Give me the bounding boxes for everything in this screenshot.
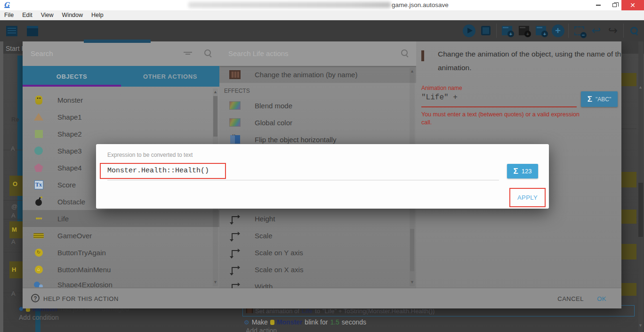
filter-icon[interactable]: [184, 52, 192, 57]
object-search-field[interactable]: Search: [23, 41, 219, 66]
scene-window-icon: [27, 26, 38, 36]
event-row-highlight: [621, 73, 636, 86]
help-icon[interactable]: ?: [31, 294, 40, 302]
apply-button[interactable]: APPLY: [517, 194, 538, 201]
scroll-up-icon[interactable]: ▲: [638, 85, 643, 89]
ok-button[interactable]: OK: [597, 295, 606, 302]
search-toolbar-button[interactable]: [626, 23, 642, 39]
list-item-life[interactable]: ♥♥♥Life: [23, 210, 219, 227]
object-label: Shape1: [57, 113, 82, 121]
search-icon[interactable]: [401, 49, 409, 57]
animation-name-input[interactable]: "Life" +: [421, 93, 458, 102]
scroll-up-icon[interactable]: ▲: [213, 89, 217, 94]
event-text-fragment: Re: [11, 116, 19, 123]
tab-objects[interactable]: OBJECTS: [23, 66, 121, 87]
scroll-down-icon[interactable]: ▼: [638, 323, 643, 328]
search-icon[interactable]: [204, 49, 212, 57]
remove-selection-icon: [574, 26, 584, 35]
scrollbar-thumb[interactable]: [213, 96, 217, 137]
expression-input[interactable]: Monster.Health::Health(): [107, 167, 209, 175]
maximize-button[interactable]: [607, 0, 621, 10]
menu-file[interactable]: File: [0, 12, 18, 18]
action-label: Blend mode: [255, 102, 292, 110]
event-row-highlight: [621, 172, 636, 187]
menu-help[interactable]: Help: [87, 12, 108, 18]
list-item-shape1[interactable]: Shape1: [23, 108, 219, 125]
play-button[interactable]: [461, 23, 477, 39]
add-scene-icon: +: [502, 26, 512, 35]
resize-icon: [232, 216, 238, 223]
resize-icon: [232, 284, 238, 288]
event-action-blink[interactable]: ⚙ Make Monster blink for 1.5 seconds: [244, 318, 366, 326]
toolbar-separator: [623, 24, 624, 38]
gdevelop-logo-icon: G: [4, 1, 9, 8]
project-manager-button[interactable]: [4, 23, 20, 39]
monster-icon: [35, 96, 42, 105]
action-item-change-animation[interactable]: Change the animation (by name): [219, 66, 416, 83]
event-text-fragment: O: [13, 180, 17, 187]
scrollbar-thumb[interactable]: [410, 229, 414, 271]
action-item-width[interactable]: Width: [219, 278, 416, 288]
event-row-highlight: [621, 244, 636, 259]
scene-editor-button[interactable]: [24, 23, 40, 39]
menu-edit[interactable]: Edit: [18, 12, 37, 18]
search-icon: [630, 27, 638, 34]
list-item-monster[interactable]: Monster: [23, 91, 219, 108]
action-item-blend-mode[interactable]: Blend mode: [219, 97, 416, 114]
add-action-link[interactable]: Add action: [246, 327, 277, 332]
sigma-icon: Σ: [514, 167, 518, 176]
animation-icon: [246, 308, 253, 313]
tab-other-actions[interactable]: OTHER ACTIONS: [121, 66, 219, 87]
menu-view[interactable]: View: [37, 12, 58, 18]
add-condition-link[interactable]: Add condition: [19, 314, 59, 321]
minimize-button[interactable]: [591, 0, 605, 10]
open-text-expression-editor-button[interactable]: Σ "ABC": [581, 91, 618, 107]
annotation-highlight-apply: APPLY: [509, 188, 546, 207]
list-item-shape4explosion[interactable]: Shape4Explosion: [23, 278, 219, 287]
monster-mini-icon: [270, 320, 274, 325]
redo-button[interactable]: ↪: [605, 23, 621, 39]
events-scrollbar-thumb[interactable]: [638, 183, 643, 237]
action-item-scale-x[interactable]: Scale on X axis: [219, 261, 416, 278]
add-external-layout-button[interactable]: +: [533, 23, 549, 39]
hearts-icon: ♥♥♥: [35, 216, 41, 221]
action-item-scale-y[interactable]: Scale on Y axis: [219, 244, 416, 261]
action-item-height[interactable]: Height: [219, 210, 416, 227]
list-item-buttontryagain[interactable]: ↻ButtonTryAgain: [23, 244, 219, 261]
list-item-shape2[interactable]: Shape2: [23, 125, 219, 142]
close-button[interactable]: ✕: [621, 0, 644, 10]
object-label: Monster: [57, 96, 83, 104]
add-scene-button[interactable]: +: [499, 23, 515, 39]
action-item-scale[interactable]: Scale: [219, 227, 416, 244]
event-text-fragment: @: [11, 203, 17, 210]
open-number-expression-editor-button[interactable]: Σ 123: [507, 164, 538, 178]
event-text-fragment: A: [11, 212, 16, 219]
add-external-events-button[interactable]: +: [516, 23, 532, 39]
list-item-gameover[interactable]: GameOver: [23, 227, 219, 244]
scroll-down-icon[interactable]: ▼: [213, 280, 217, 284]
input-error-underline: [421, 106, 577, 107]
debug-button[interactable]: [478, 23, 494, 39]
event-divider: [3, 200, 23, 201]
list-item-buttonmainmenu[interactable]: ⌂ButtonMainMenu: [23, 261, 219, 278]
scroll-down-icon[interactable]: ▼: [410, 280, 414, 284]
expression-input-underline: [107, 180, 499, 180]
action-search-field[interactable]: Search Life actions: [219, 41, 416, 66]
action-search-placeholder: Search Life actions: [228, 49, 289, 57]
expression-editor-modal: Expression to be converted to text Monst…: [96, 144, 549, 209]
event-text-fragment: H: [12, 266, 16, 273]
cancel-button[interactable]: CANCEL: [557, 295, 584, 302]
add-object-button[interactable]: +: [550, 23, 566, 39]
remove-instance-button[interactable]: [571, 23, 587, 39]
undo-icon: ↩: [591, 24, 601, 37]
triangle-icon: [34, 113, 43, 121]
menu-window[interactable]: Window: [58, 12, 87, 18]
undo-button[interactable]: ↩: [588, 23, 604, 39]
help-for-action-link[interactable]: HELP FOR THIS ACTION: [43, 295, 119, 302]
action-item-global-color[interactable]: Global color: [219, 114, 416, 131]
dialog-footer: ? HELP FOR THIS ACTION CANCEL OK: [23, 288, 621, 308]
scroll-up-icon[interactable]: ▲: [410, 69, 414, 73]
square-icon: [35, 130, 43, 138]
validation-error: You must enter a text (between quotes) o…: [421, 111, 584, 127]
animation-name-label: Animation name: [421, 85, 462, 91]
